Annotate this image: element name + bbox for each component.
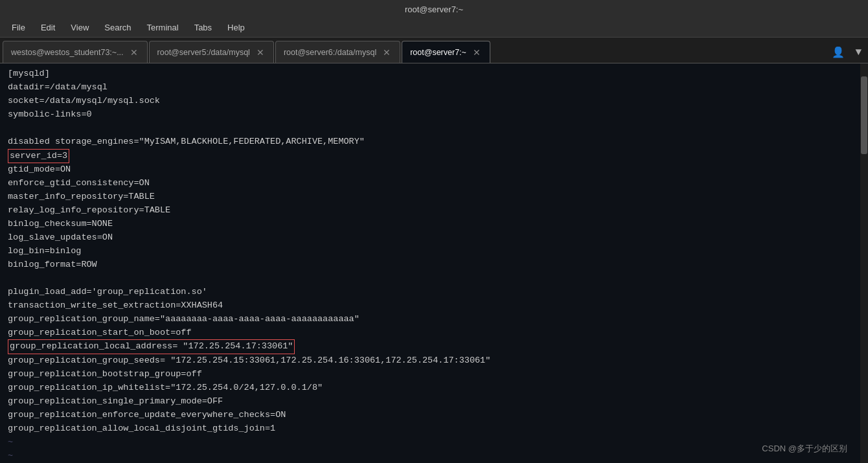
local-address-highlight: group_replication_local_address= "172.25…: [8, 339, 295, 354]
tab-2[interactable]: root@server6:/data/mysql ✕: [275, 41, 400, 63]
line-mysqld: [mysqld] datadir=/data/mysql socket=/dat…: [8, 69, 490, 433]
menu-search[interactable]: Search: [98, 20, 137, 35]
tab-2-label: root@server6:/data/mysql: [284, 48, 376, 57]
menu-tabs[interactable]: Tabs: [188, 20, 218, 35]
menu-terminal[interactable]: Terminal: [141, 20, 185, 35]
terminal-output: [mysqld] datadir=/data/mysql socket=/dat…: [8, 67, 852, 463]
tab-1[interactable]: root@server5:/data/mysql ✕: [149, 41, 274, 63]
terminal-content[interactable]: [mysqld] datadir=/data/mysql socket=/dat…: [0, 63, 860, 463]
title-bar: root@server7:~: [0, 0, 868, 18]
tab-2-close[interactable]: ✕: [382, 47, 392, 58]
title-text: root@server7:~: [405, 5, 463, 14]
tab-3-label: root@server7:~: [410, 48, 466, 57]
profile-icon[interactable]: 👤: [828, 45, 849, 60]
tab-bar: westos@westos_student73:~... ✕ root@serv…: [0, 38, 868, 63]
tab-actions: 👤 ▼: [828, 45, 865, 63]
menu-bar: File Edit View Search Terminal Tabs Help: [0, 18, 868, 38]
tab-3[interactable]: root@server7:~ ✕: [402, 41, 490, 63]
menu-edit[interactable]: Edit: [34, 20, 62, 35]
tab-0[interactable]: westos@westos_student73:~... ✕: [3, 41, 148, 63]
scrollbar[interactable]: [860, 63, 868, 463]
chevron-down-icon[interactable]: ▼: [851, 45, 865, 60]
watermark: CSDN @多于少的区别: [762, 442, 847, 455]
scrollbar-thumb[interactable]: [861, 76, 867, 154]
tab-0-close[interactable]: ✕: [129, 47, 139, 58]
tab-3-close[interactable]: ✕: [472, 47, 482, 58]
tab-1-close[interactable]: ✕: [255, 47, 266, 58]
tab-1-label: root@server5:/data/mysql: [157, 48, 250, 57]
menu-view[interactable]: View: [64, 20, 95, 35]
server-id-highlight: server_id=3: [8, 149, 69, 164]
tilde-lines: ~ ~ ~ ~ ~ ~ ~: [8, 437, 13, 463]
menu-help[interactable]: Help: [221, 20, 251, 35]
menu-file[interactable]: File: [5, 20, 32, 35]
tab-0-label: westos@westos_student73:~...: [11, 48, 124, 57]
terminal: [mysqld] datadir=/data/mysql socket=/dat…: [0, 63, 868, 463]
